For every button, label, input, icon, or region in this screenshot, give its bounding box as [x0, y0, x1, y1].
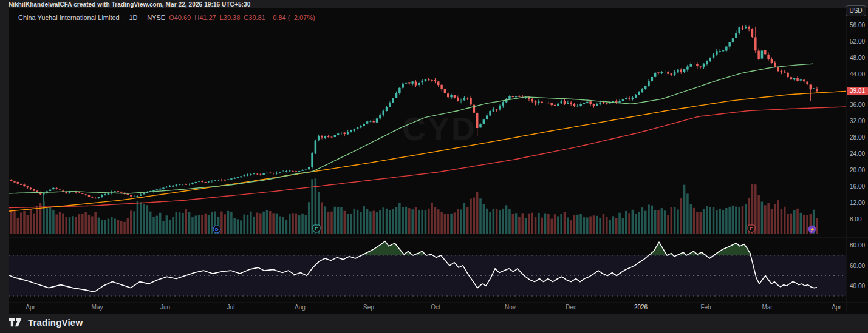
- ohlc-change: −0.84 (−2.07%): [269, 14, 315, 21]
- ohlc-open: O40.69: [169, 14, 191, 21]
- time-tick-label: Jul: [227, 304, 235, 311]
- time-tick-label: 2026: [634, 304, 648, 311]
- ohlc-low: L39.38: [220, 14, 241, 21]
- tradingview-logo-icon: [9, 318, 24, 327]
- price-tick-label: 52.00: [850, 38, 865, 45]
- dividend-icon[interactable]: D: [213, 226, 221, 234]
- tradingview-snapshot: NikhilKhandelwalCFA created with Trading…: [0, 0, 868, 333]
- time-tick-label: Apr: [26, 304, 35, 311]
- price-tick-label: 32.00: [850, 118, 865, 124]
- tradingview-logo-text: TradingView: [28, 317, 83, 328]
- earnings-beat-icon[interactable]: E: [313, 225, 321, 233]
- price-tick-label: 48.00: [850, 55, 865, 61]
- attribution-text: NikhilKhandelwalCFA created with Trading…: [9, 1, 250, 8]
- price-tick-label: 24.00: [850, 150, 865, 157]
- time-tick-label: Dec: [566, 304, 576, 311]
- legend-separator: ·: [123, 14, 126, 21]
- price-tick-label: 44.00: [850, 71, 865, 78]
- time-tick-label: Mar: [762, 304, 772, 311]
- ohlc-close: C39.81: [244, 14, 265, 21]
- rsi-tick-label: 60.00: [850, 263, 865, 269]
- earnings-flash-icon[interactable]: ⚡: [808, 226, 816, 234]
- price-tick-label: 56.00: [850, 22, 865, 29]
- tradingview-logo[interactable]: TradingView: [9, 317, 83, 328]
- time-tick-label: Nov: [505, 304, 516, 311]
- currency-button[interactable]: USD: [846, 5, 866, 16]
- time-tick-label: Aug: [295, 304, 306, 311]
- price-tick-label: 16.00: [850, 183, 865, 190]
- symbol-legend[interactable]: China Yuchai International Limited · 1D …: [18, 14, 315, 21]
- rsi-tick-label: 80.00: [850, 242, 865, 249]
- time-tick-label: Feb: [700, 304, 711, 311]
- rsi-tick-label: 40.00: [850, 283, 865, 289]
- time-tick-label: Oct: [431, 304, 440, 311]
- last-price-label: 39.81: [847, 87, 868, 95]
- price-tick-label: 12.00: [850, 200, 865, 206]
- price-tick-label: 36.00: [850, 101, 865, 108]
- price-tick-label: 28.00: [850, 134, 865, 141]
- ohlc-high: H41.27: [194, 14, 216, 21]
- chart-area[interactable]: CYD China Yuchai International Limited ·…: [9, 8, 868, 314]
- earnings-miss-icon[interactable]: E: [748, 225, 756, 233]
- time-tick-label: May: [92, 304, 103, 311]
- legend-separator: ·: [141, 14, 143, 21]
- symbol-interval: 1D: [129, 14, 137, 21]
- footer-bar: TradingView: [0, 314, 868, 333]
- time-tick-label: Apr: [832, 304, 841, 311]
- symbol-title: China Yuchai International Limited: [18, 14, 120, 21]
- time-tick-label: Sep: [363, 304, 374, 311]
- chart-canvas[interactable]: [9, 8, 868, 314]
- time-tick-label: Jun: [160, 304, 170, 311]
- price-tick-label: 8.00: [850, 216, 861, 223]
- symbol-exchange: NYSE: [147, 14, 165, 21]
- price-tick-label: 20.00: [850, 167, 865, 173]
